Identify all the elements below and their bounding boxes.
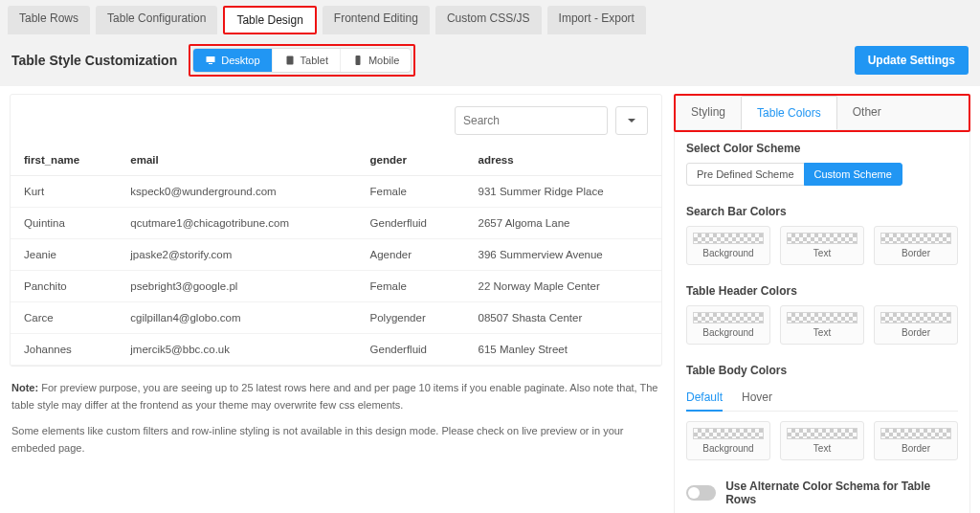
table-cell: Panchito (11, 271, 117, 302)
search-colors-heading: Search Bar Colors (686, 205, 958, 218)
swatch-label: Border (880, 327, 951, 338)
alternate-rows-label: Use Alternate Color Schema for Table Row… (725, 480, 958, 506)
scheme-heading: Select Color Scheme (686, 142, 958, 155)
svg-rect-0 (207, 56, 215, 62)
device-desktop-label: Desktop (221, 55, 259, 66)
table-cell: Jeanie (11, 239, 117, 271)
header-background-color[interactable]: Background (686, 305, 770, 345)
body-colors-heading: Table Body Colors (686, 364, 958, 377)
col-adress[interactable]: adress (465, 145, 661, 176)
update-settings-button[interactable]: Update Settings (855, 46, 969, 75)
preview-panel: first_name email gender adress Kurtkspec… (10, 94, 662, 367)
tab-custom-css-js[interactable]: Custom CSS/JS (435, 6, 542, 34)
table-row[interactable]: Panchitopsebright3@google.plFemale22 Nor… (11, 271, 661, 302)
color-swatch (880, 428, 951, 439)
style-panel: Styling Table Colors Other Select Color … (674, 94, 970, 513)
device-toggle: Desktop Tablet Mobile (192, 48, 412, 73)
table-cell: Kurt (11, 176, 117, 208)
col-gender[interactable]: gender (357, 145, 465, 176)
table-row[interactable]: Quintinaqcutmare1@chicagotribune.comGend… (11, 208, 661, 239)
tab-table-design[interactable]: Table Design (225, 8, 314, 33)
scheme-custom[interactable]: Custom Scheme (804, 163, 902, 186)
table-cell: Genderfluid (357, 334, 465, 366)
color-swatch (787, 233, 858, 244)
swatch-label: Text (787, 443, 858, 454)
right-tab-styling[interactable]: Styling (676, 96, 741, 129)
color-swatch (880, 312, 951, 323)
body-subtab-hover[interactable]: Hover (742, 385, 772, 411)
swatch-label: Background (693, 327, 764, 338)
tablet-icon (284, 55, 296, 66)
col-email[interactable]: email (117, 145, 356, 176)
search-text-color[interactable]: Text (780, 226, 864, 265)
table-cell: Female (357, 271, 465, 302)
title-bar: Table Style Customization Desktop Tablet… (0, 34, 980, 86)
color-swatch (693, 233, 764, 244)
table-cell: Carce (11, 302, 117, 334)
header-border-color[interactable]: Border (874, 305, 958, 345)
color-swatch (693, 428, 764, 439)
table-row[interactable]: Kurtkspeck0@wunderground.comFemale931 Su… (11, 176, 661, 208)
table-row[interactable]: Johannesjmercik5@bbc.co.ukGenderfluid615… (11, 334, 661, 366)
table-header-row: first_name email gender adress (11, 145, 661, 176)
device-tablet-label: Tablet (301, 55, 328, 66)
table-cell: 08507 Shasta Center (465, 302, 661, 334)
search-input[interactable] (455, 106, 608, 135)
search-background-color[interactable]: Background (686, 226, 770, 265)
table-cell: Quintina (11, 208, 117, 239)
device-mobile-label: Mobile (368, 55, 399, 66)
scheme-predefined[interactable]: Pre Defined Scheme (686, 163, 805, 186)
table-cell: jmercik5@bbc.co.uk (117, 334, 356, 366)
body-subtab-default[interactable]: Default (686, 385, 723, 412)
table-cell: Polygender (357, 302, 465, 334)
color-swatch (787, 312, 858, 323)
scheme-toggle: Pre Defined Scheme Custom Scheme (686, 163, 958, 186)
mobile-icon (352, 55, 364, 66)
note-block: Note: For preview purpose, you are seein… (10, 367, 662, 457)
table-cell: 22 Norway Maple Center (465, 271, 661, 302)
table-cell: 2657 Algoma Lane (465, 208, 661, 239)
body-text-color[interactable]: Text (780, 421, 864, 460)
tab-frontend-editing[interactable]: Frontend Editing (323, 6, 430, 34)
alternate-rows-toggle[interactable] (686, 485, 716, 501)
desktop-icon (205, 55, 216, 66)
tab-import-export[interactable]: Import - Export (547, 6, 646, 34)
col-first-name[interactable]: first_name (11, 145, 117, 176)
table-cell: Agender (357, 239, 465, 271)
device-tablet[interactable]: Tablet (273, 49, 341, 72)
color-swatch (787, 428, 858, 439)
tab-table-rows[interactable]: Table Rows (8, 6, 90, 34)
table-row[interactable]: Carcecgilpillan4@globo.comPolygender0850… (11, 302, 661, 334)
body-subtabs: Default Hover (686, 385, 958, 412)
page-title: Table Style Customization (11, 53, 177, 68)
search-border-color[interactable]: Border (874, 226, 958, 265)
swatch-label: Border (880, 248, 951, 258)
table-cell: qcutmare1@chicagotribune.com (117, 208, 356, 239)
right-tabs: Styling Table Colors Other (676, 96, 969, 130)
table-cell: Female (357, 176, 465, 208)
swatch-label: Border (880, 443, 951, 454)
table-cell: 615 Manley Street (465, 334, 661, 366)
table-cell: Johannes (11, 334, 117, 366)
header-text-color[interactable]: Text (780, 305, 864, 345)
svg-rect-2 (286, 56, 293, 65)
table-cell: 396 Summerview Avenue (465, 239, 661, 271)
right-tab-table-colors[interactable]: Table Colors (741, 96, 837, 130)
swatch-label: Background (693, 248, 764, 258)
body-border-color[interactable]: Border (874, 421, 958, 460)
table-cell: kspeck0@wunderground.com (117, 176, 356, 208)
note-text-1: For preview purpose, you are seeing up t… (11, 382, 658, 411)
tab-table-configuration[interactable]: Table Configuration (96, 6, 217, 34)
color-swatch (880, 233, 951, 244)
device-desktop[interactable]: Desktop (193, 49, 272, 72)
search-dropdown[interactable] (615, 106, 648, 135)
device-mobile[interactable]: Mobile (341, 49, 411, 72)
table-row[interactable]: Jeaniejpaske2@storify.comAgender396 Summ… (11, 239, 661, 271)
swatch-label: Background (693, 443, 764, 454)
table-cell: Genderfluid (357, 208, 465, 239)
body-background-color[interactable]: Background (686, 421, 770, 460)
right-tab-other[interactable]: Other (837, 96, 897, 129)
table-cell: 931 Summer Ridge Place (465, 176, 661, 208)
highlight-right-tabs: Styling Table Colors Other (674, 94, 970, 132)
highlight-device-toggle: Desktop Tablet Mobile (189, 44, 415, 77)
